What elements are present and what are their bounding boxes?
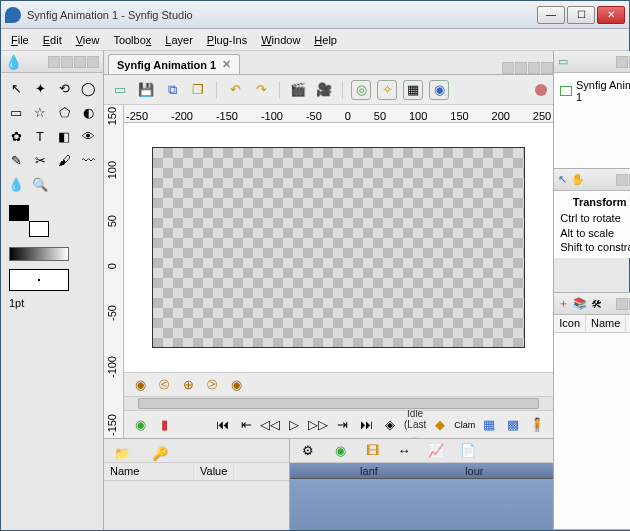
- hints-header[interactable]: ↖ ✋: [554, 169, 630, 191]
- tl-tab-dot-icon[interactable]: ◉: [330, 441, 350, 461]
- axis-icon[interactable]: ✧: [377, 80, 397, 100]
- gradient-tool-icon[interactable]: ◐: [77, 101, 99, 123]
- gradient-swatch[interactable]: [9, 247, 69, 261]
- library-tab-icon[interactable]: 🔑: [150, 443, 170, 463]
- save-icon[interactable]: 💾: [136, 80, 156, 100]
- render-icon[interactable]: 🎬: [288, 80, 308, 100]
- keyframe-prev-icon[interactable]: ⧀: [154, 375, 174, 395]
- tl-tab-doc-icon[interactable]: 📄: [458, 441, 478, 461]
- color-swatches[interactable]: [9, 205, 49, 237]
- circle-tool-icon[interactable]: ◯: [77, 77, 99, 99]
- quality-low-icon[interactable]: ▦: [479, 415, 499, 435]
- vertical-ruler: 150 100 50 0 -50 -100 -150: [104, 105, 124, 438]
- mirror-tool-icon[interactable]: ⟲: [53, 77, 75, 99]
- preview-icon[interactable]: 🎥: [314, 80, 334, 100]
- menu-toolbox[interactable]: Toolbox: [107, 32, 157, 48]
- seek-prevk-icon[interactable]: ⇤: [236, 415, 256, 435]
- layers-col-icon[interactable]: Icon: [554, 315, 586, 332]
- cutout-tool-icon[interactable]: ✂: [29, 149, 51, 171]
- titlebar[interactable]: Synfig Animation 1 - Synfig Studio — ☐ ✕: [1, 1, 629, 29]
- keyframe-first-icon[interactable]: ◉: [130, 375, 150, 395]
- tab-close-icon[interactable]: ✕: [222, 58, 231, 71]
- maximize-button[interactable]: ☐: [567, 6, 595, 24]
- polygon-tool-icon[interactable]: ⬠: [53, 101, 75, 123]
- grid-icon[interactable]: ▦: [403, 80, 423, 100]
- snap-icon[interactable]: ◉: [429, 80, 449, 100]
- transform-tool-icon[interactable]: ↖: [5, 77, 27, 99]
- fill-tool-icon[interactable]: ◧: [53, 125, 75, 147]
- horizontal-scrollbar[interactable]: [124, 396, 553, 410]
- fg-color-swatch[interactable]: [9, 205, 29, 221]
- params-col-name[interactable]: Name: [104, 463, 194, 480]
- bg-color-swatch[interactable]: [29, 221, 49, 237]
- quality-high-icon[interactable]: ▩: [503, 415, 523, 435]
- nav-item[interactable]: Synfig Animation 1: [558, 77, 630, 105]
- menu-window[interactable]: Window: [255, 32, 306, 48]
- rectangle-tool-icon[interactable]: ▭: [5, 101, 27, 123]
- brush-preview[interactable]: [9, 269, 69, 291]
- dropper-tool-icon[interactable]: 💧: [5, 173, 27, 195]
- seek-first-icon[interactable]: ⏮: [212, 415, 232, 435]
- keyframe-next-icon[interactable]: ⧁: [202, 375, 222, 395]
- layers-tools-icon[interactable]: 🛠: [591, 298, 602, 310]
- params-tab-icon[interactable]: 📁: [112, 443, 132, 463]
- clamp-icon[interactable]: ◆: [430, 415, 450, 435]
- keyframe-last-icon[interactable]: ◉: [226, 375, 246, 395]
- menu-layer[interactable]: Layer: [159, 32, 199, 48]
- document-tab[interactable]: Synfig Animation 1 ✕: [108, 54, 240, 74]
- toolbox-header[interactable]: 💧: [1, 51, 103, 73]
- seek-last-icon[interactable]: ⏭: [356, 415, 376, 435]
- layers-header[interactable]: ＋ 📚 🛠: [554, 293, 630, 315]
- nav-item-label: Synfig Animation 1: [576, 79, 630, 103]
- tl-tab-arrows-icon[interactable]: ↔: [394, 441, 414, 461]
- redo-icon[interactable]: ↷: [251, 80, 271, 100]
- layers-list[interactable]: [554, 333, 630, 529]
- zoom-tool-icon[interactable]: 🔍: [29, 173, 51, 195]
- status-text: Idle (Last ...: [404, 408, 426, 441]
- canvas-viewport[interactable]: [124, 123, 553, 372]
- tl-tab-graph-icon[interactable]: 📈: [426, 441, 446, 461]
- width-tool-icon[interactable]: 〰: [77, 149, 99, 171]
- synfig-icon: 💧: [5, 54, 22, 70]
- layers-lib-icon[interactable]: 📚: [573, 297, 587, 310]
- keyframe-add-icon[interactable]: ⊕: [178, 375, 198, 395]
- eyedrop-tool-icon[interactable]: 👁: [77, 125, 99, 147]
- seek-next-icon[interactable]: ▷▷: [308, 415, 328, 435]
- stop-icon[interactable]: ▮: [154, 415, 174, 435]
- layers-col-name[interactable]: Name: [586, 315, 626, 332]
- record-icon[interactable]: [535, 84, 547, 96]
- minimize-button[interactable]: —: [537, 6, 565, 24]
- undo-icon[interactable]: ↶: [225, 80, 245, 100]
- timeline-panel: ⚙ ◉ 🎞 ↔ 📈 📄 lanflour: [290, 439, 553, 530]
- timeline-ruler[interactable]: lanflour: [290, 463, 553, 479]
- timeline-track[interactable]: [290, 479, 553, 530]
- star-tool-icon[interactable]: ☆: [29, 101, 51, 123]
- plant-tool-icon[interactable]: ✿: [5, 125, 27, 147]
- close-button[interactable]: ✕: [597, 6, 625, 24]
- nav-header[interactable]: ▭: [554, 51, 630, 73]
- menu-help[interactable]: Help: [308, 32, 343, 48]
- text-tool-icon[interactable]: T: [29, 125, 51, 147]
- new-icon[interactable]: ▭: [110, 80, 130, 100]
- duplicate-icon[interactable]: ❐: [188, 80, 208, 100]
- tl-tab-anim-icon[interactable]: 🎞: [362, 441, 382, 461]
- saveall-icon[interactable]: ⧉: [162, 80, 182, 100]
- menu-plugins[interactable]: Plug-Ins: [201, 32, 253, 48]
- brush-tool-icon[interactable]: 🖌: [53, 149, 75, 171]
- smooth-move-tool-icon[interactable]: ✦: [29, 77, 51, 99]
- mode-icon[interactable]: ◉: [130, 415, 150, 435]
- tl-tab-gear-icon[interactable]: ⚙: [298, 441, 318, 461]
- play-icon[interactable]: ▷: [284, 415, 304, 435]
- pencil-tool-icon[interactable]: ✎: [5, 149, 27, 171]
- params-col-value[interactable]: Value: [194, 463, 234, 480]
- seek-nextk-icon[interactable]: ⇥: [332, 415, 352, 435]
- man-icon[interactable]: 🧍: [527, 415, 547, 435]
- seek-prev-icon[interactable]: ◁◁: [260, 415, 280, 435]
- loop-icon[interactable]: ◈: [380, 415, 400, 435]
- onion-icon[interactable]: ◎: [351, 80, 371, 100]
- menu-edit[interactable]: Edit: [37, 32, 68, 48]
- menu-file[interactable]: File: [5, 32, 35, 48]
- layers-add-icon[interactable]: ＋: [558, 296, 569, 311]
- menu-view[interactable]: View: [70, 32, 106, 48]
- layers-col-z[interactable]: Z Depth: [626, 315, 630, 332]
